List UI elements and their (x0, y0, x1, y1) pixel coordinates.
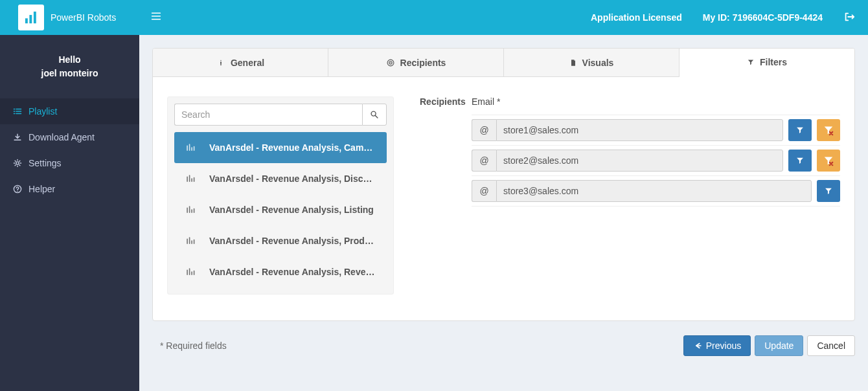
footer-row: * Required fields Previous Update Cancel (152, 335, 855, 356)
funnel-icon (795, 126, 805, 135)
search-row (174, 104, 387, 126)
username: joel monteiro (6, 67, 133, 80)
email-label: Email * (472, 96, 840, 107)
my-id: My ID: 7196604C-5DF9-4424 (703, 12, 823, 23)
clear-filter-button[interactable] (817, 119, 840, 141)
help-icon (13, 184, 22, 194)
filter-button[interactable] (817, 180, 840, 202)
clear-filter-button[interactable] (817, 150, 840, 172)
report-item-label: VanArsdel - Revenue Analysis, Product… (209, 236, 375, 246)
recipient-email-input[interactable] (496, 150, 783, 172)
recipient-row: @ (472, 145, 840, 175)
search-input[interactable] (174, 104, 362, 126)
chart-icon (186, 174, 195, 183)
download-icon (13, 133, 22, 142)
tab-panel: General Recipients Visuals Filters (152, 48, 855, 321)
search-button[interactable] (362, 104, 387, 126)
brand-logo (18, 5, 44, 30)
list-icon (13, 107, 22, 116)
at-icon: @ (472, 119, 496, 141)
tab-filters[interactable]: Filters (680, 49, 854, 77)
footer-buttons: Previous Update Cancel (683, 335, 855, 356)
arrow-left-icon (693, 341, 702, 350)
tab-label: General (231, 58, 264, 68)
sidebar-item-playlist[interactable]: Playlist (0, 98, 139, 124)
filter-button[interactable] (788, 150, 812, 172)
funnel-icon (824, 186, 833, 196)
report-item-label: VanArsdel - Revenue Analysis, Campai… (209, 142, 375, 153)
main-content: General Recipients Visuals Filters (139, 35, 868, 391)
previous-button[interactable]: Previous (683, 335, 751, 356)
update-button[interactable]: Update (755, 335, 803, 356)
recipients-title: Recipients (420, 96, 459, 107)
info-icon (216, 58, 225, 67)
sidebar-item-label: Download Agent (29, 132, 95, 142)
sidebar-item-label: Helper (29, 184, 55, 194)
greeting-text: Hello (6, 53, 133, 67)
recipient-row: @ (472, 115, 840, 145)
chart-icon (186, 267, 195, 276)
license-status: Application Licensed (591, 12, 682, 23)
filter-button[interactable] (788, 119, 812, 141)
report-item[interactable]: VanArsdel - Revenue Analysis, Campai… (174, 132, 387, 163)
gear-icon (13, 159, 22, 168)
tab-visuals[interactable]: Visuals (504, 49, 680, 76)
funnel-icon (747, 58, 755, 67)
chart-icon (186, 236, 195, 245)
tab-label: Visuals (582, 58, 614, 68)
update-button-label: Update (764, 341, 794, 351)
tab-body: VanArsdel - Revenue Analysis, Campai… Va… (153, 77, 854, 320)
at-icon: @ (472, 180, 496, 202)
tab-label: Filters (760, 57, 787, 67)
cancel-button[interactable]: Cancel (807, 335, 855, 356)
recipient-email-input[interactable] (496, 180, 812, 202)
sidebar-item-helper[interactable]: Helper (0, 176, 139, 202)
report-item-label: VanArsdel - Revenue Analysis, Listing (209, 205, 374, 215)
sidebar-greeting: Hello joel monteiro (0, 35, 139, 98)
chart-icon (186, 205, 195, 214)
toggle-sidebar-button[interactable] (151, 11, 161, 25)
report-list: VanArsdel - Revenue Analysis, Campai… Va… (174, 132, 387, 287)
report-item[interactable]: VanArsdel - Revenue Analysis, Product… (174, 225, 387, 256)
topbar-right: Application Licensed My ID: 7196604C-5DF… (591, 11, 868, 25)
recipients-panel: Recipients Email * @ (420, 96, 840, 207)
sidebar-nav: Playlist Download Agent Settings Helper (0, 98, 139, 202)
funnel-clear-icon (823, 124, 834, 136)
report-item[interactable]: VanArsdel - Revenue Analysis, Revenu… (174, 256, 387, 287)
sidebar-item-download-agent[interactable]: Download Agent (0, 124, 139, 150)
recipient-email-input[interactable] (496, 119, 783, 141)
report-item[interactable]: VanArsdel - Revenue Analysis, Listing (174, 194, 387, 225)
funnel-icon (795, 156, 805, 165)
target-icon (386, 58, 395, 67)
tab-label: Recipients (400, 58, 446, 68)
tabs: General Recipients Visuals Filters (153, 49, 854, 77)
search-icon (370, 110, 379, 119)
tab-recipients[interactable]: Recipients (328, 49, 504, 76)
logout-icon (843, 11, 855, 23)
sidebar-item-settings[interactable]: Settings (0, 150, 139, 176)
chart-icon (186, 143, 195, 152)
report-item-label: VanArsdel - Revenue Analysis, Revenu… (209, 267, 375, 277)
topbar: PowerBI Robots Application Licensed My I… (0, 0, 868, 35)
sidebar-item-label: Playlist (29, 106, 57, 117)
recipient-row: @ (472, 175, 840, 207)
report-item[interactable]: VanArsdel - Revenue Analysis, Discoun… (174, 163, 387, 194)
document-icon (569, 58, 577, 67)
tab-general[interactable]: General (153, 49, 328, 76)
sidebar: Hello joel monteiro Playlist Download Ag… (0, 35, 139, 391)
logout-button[interactable] (843, 11, 855, 25)
at-icon: @ (472, 150, 496, 172)
report-panel: VanArsdel - Revenue Analysis, Campai… Va… (167, 96, 394, 295)
funnel-clear-icon (823, 155, 834, 166)
cancel-button-label: Cancel (817, 341, 845, 351)
previous-button-label: Previous (706, 341, 741, 351)
bars-icon (151, 11, 161, 21)
brand-title: PowerBI Robots (51, 12, 116, 23)
required-fields-note: * Required fields (152, 341, 227, 351)
sidebar-item-label: Settings (29, 158, 62, 168)
report-item-label: VanArsdel - Revenue Analysis, Discoun… (209, 173, 375, 184)
brand: PowerBI Robots (0, 5, 139, 30)
